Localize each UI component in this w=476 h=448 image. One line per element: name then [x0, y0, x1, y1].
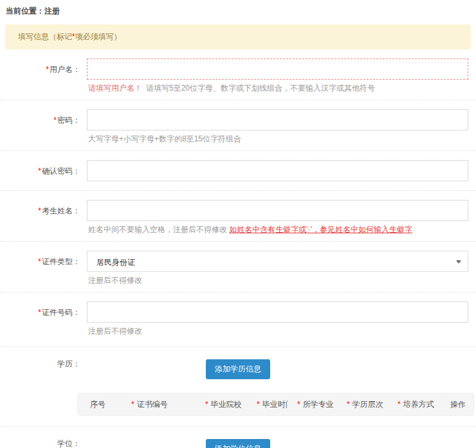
education-section: 学历： 添加学历信息 序号 *证书编号 *毕业院校 *毕业时间 *所学专业 *学…: [0, 347, 476, 427]
id-number-input[interactable]: [87, 301, 468, 323]
add-education-button[interactable]: 添加学历信息: [206, 359, 270, 379]
edu-col-major: *所学专业: [288, 393, 337, 415]
label-text: 证件号码：: [42, 308, 80, 317]
candidate-name-hint-text: 姓名中间不要输入空格，注册后不得修改: [88, 225, 227, 234]
confirm-password-label: *确认密码：: [0, 160, 80, 175]
candidate-name-input[interactable]: [87, 200, 468, 221]
breadcrumb: 当前位置：注册: [0, 0, 476, 17]
education-label: 学历：: [0, 359, 80, 370]
degree-section: 学位： 添加学位信息 序号 *证书编号 *学校名称 *取得时间 *专业 *学位层…: [0, 427, 476, 448]
edu-col-grad-time: *毕业时间: [247, 393, 288, 415]
column-label: 毕业时间: [262, 400, 288, 409]
required-star: *: [46, 65, 49, 74]
edu-col-cert-no: *证书编号: [122, 393, 196, 415]
education-table: 序号 *证书编号 *毕业院校 *毕业时间 *所学专业 *学历层次 *培养方式 操…: [77, 393, 474, 416]
banner-text-prefix: 填写信息（标记: [18, 32, 72, 41]
label-text: 证件类型：: [42, 257, 80, 266]
required-star: *: [297, 400, 300, 409]
password-hint-text: 大写字母+小写字母+数字的8至15位字符组合: [88, 134, 241, 143]
label-text: 用户名：: [50, 65, 80, 74]
column-label: 证书编号: [137, 400, 168, 409]
edu-col-level: *学历层次: [337, 393, 388, 415]
password-message: 大写字母+小写字母+数字的8至15位字符组合: [87, 130, 468, 147]
label-text: 确认密码：: [42, 166, 80, 175]
form-instructions-banner: 填写信息（标记*项必须填写）: [5, 24, 471, 49]
id-type-label: *证件类型：: [0, 251, 80, 266]
username-message: 请填写用户名！请填写5至20位字母、数字或下划线组合，不要输入汉字或其他符号: [87, 80, 468, 96]
required-star: *: [53, 116, 57, 125]
required-star: *: [398, 400, 401, 409]
column-label: 培养方式: [403, 400, 434, 409]
required-star: *: [38, 257, 41, 266]
id-type-message: 注册后不得修改: [87, 272, 468, 288]
required-star: *: [257, 400, 260, 409]
add-degree-button[interactable]: 添加学位信息: [206, 439, 270, 448]
id-number-message: 注册后不得修改: [87, 323, 468, 339]
column-label: 序号: [90, 400, 105, 409]
education-table-header-row: 序号 *证书编号 *毕业院校 *毕业时间 *所学专业 *学历层次 *培养方式 操…: [78, 393, 473, 415]
id-type-selected-value: 居民身份证: [96, 258, 135, 267]
banner-text-suffix: 项必须填写）: [75, 32, 122, 41]
edu-col-seq: 序号: [78, 393, 122, 415]
username-input[interactable]: [87, 58, 468, 80]
candidate-name-row: *考生姓名： 姓名中间不要输入空格，注册后不得修改 如姓名中含有生僻字或'·'，…: [0, 191, 476, 242]
password-input[interactable]: [87, 109, 468, 130]
id-type-select[interactable]: 居民身份证: [87, 251, 468, 272]
column-label: 学历层次: [352, 400, 383, 409]
label-text: 密码：: [57, 116, 80, 125]
column-label: 操作: [450, 400, 466, 409]
edu-col-actions: 操作: [438, 393, 473, 415]
rare-character-help-link[interactable]: 如姓名中含有生僻字或'·'，参见姓名中如何输入生僻字: [229, 225, 412, 234]
required-star: *: [38, 206, 41, 215]
column-label: 所学专业: [303, 400, 334, 409]
id-type-hint-text: 注册后不得修改: [88, 276, 142, 285]
required-star: *: [347, 400, 350, 409]
username-label: *用户名：: [0, 58, 80, 74]
confirm-password-row: *确认密码：: [0, 151, 476, 191]
confirm-password-input[interactable]: [87, 160, 468, 181]
id-type-row: *证件类型： 居民身份证 注册后不得修改: [0, 242, 476, 292]
id-number-row: *证件号码： 注册后不得修改: [0, 292, 476, 347]
username-error-text: 请填写用户名！: [88, 84, 142, 93]
edu-col-school: *毕业院校: [196, 393, 247, 415]
required-star: *: [131, 400, 134, 409]
username-row: *用户名： 请填写用户名！请填写5至20位字母、数字或下划线组合，不要输入汉字或…: [0, 49, 476, 100]
chevron-down-icon: [456, 260, 461, 264]
required-star: *: [38, 166, 41, 175]
candidate-name-label: *考生姓名：: [0, 200, 80, 215]
password-label: *密码：: [0, 109, 80, 125]
required-star: *: [38, 308, 41, 317]
label-text: 考生姓名：: [42, 206, 80, 215]
username-hint-text: 请填写5至20位字母、数字或下划线组合，不要输入汉字或其他符号: [146, 84, 375, 93]
required-star: *: [205, 400, 208, 409]
password-row: *密码： 大写字母+小写字母+数字的8至15位字符组合: [0, 100, 476, 151]
candidate-name-message: 姓名中间不要输入空格，注册后不得修改 如姓名中含有生僻字或'·'，参见姓名中如何…: [87, 221, 468, 237]
id-number-label: *证件号码：: [0, 301, 80, 317]
edu-col-mode: *培养方式: [388, 393, 438, 415]
id-number-hint-text: 注册后不得修改: [88, 327, 142, 336]
degree-label: 学位：: [0, 438, 80, 448]
column-label: 毕业院校: [211, 400, 242, 409]
